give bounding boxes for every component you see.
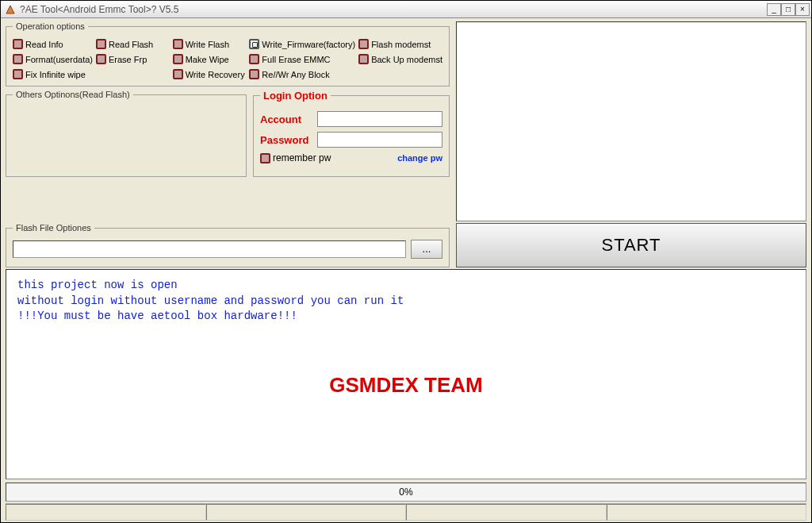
remember-checkbox[interactable]: remember pw [260,152,331,163]
checkbox-icon [173,69,183,79]
checkbox-icon [13,39,23,49]
content: Operation options Read InfoRead FlashWri… [1,18,811,522]
checkbox-icon [249,39,259,49]
maximize-button[interactable]: □ [781,3,795,16]
password-input[interactable] [317,132,442,148]
op-full-erase-emmc[interactable]: Full Erase EMMC [249,54,355,64]
status-cell [6,504,206,521]
flash-group: Flash File Optiones ... [6,223,450,267]
login-legend: Login Option [260,90,331,102]
op-label: Write Recovery [186,70,245,79]
log-line: !!!You must be have aetool box hardware!… [17,309,795,325]
flash-row: Flash File Optiones ... START [6,223,806,267]
op-write-recovery[interactable]: Write Recovery [173,69,247,79]
op-label: Re//Wr Any Block [262,70,329,79]
op-flash-modemst[interactable]: Flash modemst [358,39,442,49]
left-column: Operation options Read InfoRead FlashWri… [6,21,450,221]
svg-marker-0 [6,6,14,13]
status-cell [206,504,407,521]
op-label: Fix Infinite wipe [25,70,86,79]
browse-button[interactable]: ... [411,240,442,259]
top-row: Operation options Read InfoRead FlashWri… [6,21,806,221]
statusbar [6,503,806,521]
op-write-flash[interactable]: Write Flash [173,39,247,49]
checkbox-icon [13,69,23,79]
op-label: Write_Firmware(factory) [262,40,355,49]
op-write-firmware-factory-[interactable]: Write_Firmware(factory) [249,39,355,49]
app-icon [4,3,17,16]
app-window: ?AE Tool<Android Emmc Tool>? V5.5 _ □ × … [0,0,812,523]
op-label: Read Info [25,40,63,49]
checkbox-icon [173,54,183,64]
window-title: ?AE Tool<Android Emmc Tool>? V5.5 [20,4,767,15]
checkbox-icon [173,39,183,49]
op-label: Erase Frp [109,55,147,64]
login-group: Login Option Account Password [253,90,450,177]
operations-legend: Operation options [13,21,88,31]
window-controls: _ □ × [767,3,810,16]
mid-row: Others Optinons(Read Flash) Login Option… [6,90,450,177]
op-label: Read Flash [109,40,153,49]
op-erase-frp[interactable]: Erase Frp [96,54,170,64]
op-label: Format(userdata) [25,55,93,64]
log-area: this project now is open without login w… [6,269,806,479]
flash-legend: Flash File Optiones [13,223,94,233]
checkbox-icon [249,54,259,64]
start-button[interactable]: START [456,223,806,267]
minimize-button[interactable]: _ [767,3,781,16]
titlebar: ?AE Tool<Android Emmc Tool>? V5.5 _ □ × [1,1,811,18]
op-label: Make Wipe [186,55,229,64]
status-cell [406,504,607,521]
op-label: Full Erase EMMC [262,55,330,64]
checkbox-icon [96,39,106,49]
checkbox-icon [358,54,369,64]
log-line: without login without username and passw… [17,294,795,310]
log-line: this project now is open [17,278,795,294]
op-read-flash[interactable]: Read Flash [96,39,170,49]
password-label: Password [260,134,317,146]
op-back-up-modemst[interactable]: Back Up modemst [358,54,442,64]
flash-path-input[interactable] [13,240,406,258]
op-re-wr-any-block[interactable]: Re//Wr Any Block [249,69,355,79]
account-label: Account [260,113,317,125]
op-read-info[interactable]: Read Info [13,39,93,49]
right-panel [456,21,806,221]
checkbox-icon [249,69,259,79]
checkbox-icon [13,54,23,64]
op-label: Write Flash [186,40,229,49]
op-format-userdata-[interactable]: Format(userdata) [13,54,93,64]
operations-group: Operation options Read InfoRead FlashWri… [6,21,450,87]
op-make-wipe[interactable]: Make Wipe [173,54,247,64]
checkbox-icon [358,39,369,49]
progress-bar: 0% [6,483,806,502]
watermark-text: GSMDEX TEAM [329,370,483,398]
op-fix-infinite-wipe[interactable]: Fix Infinite wipe [13,69,93,79]
status-cell [607,504,807,521]
others-group: Others Optinons(Read Flash) [6,90,247,177]
account-input[interactable] [317,111,442,127]
change-pw-link[interactable]: change pw [397,153,442,163]
progress-text: 0% [399,486,412,498]
op-label: Flash modemst [371,40,431,49]
close-button[interactable]: × [795,3,810,16]
checkbox-icon [96,54,106,64]
others-legend: Others Optinons(Read Flash) [13,90,133,99]
op-label: Back Up modemst [371,55,442,64]
